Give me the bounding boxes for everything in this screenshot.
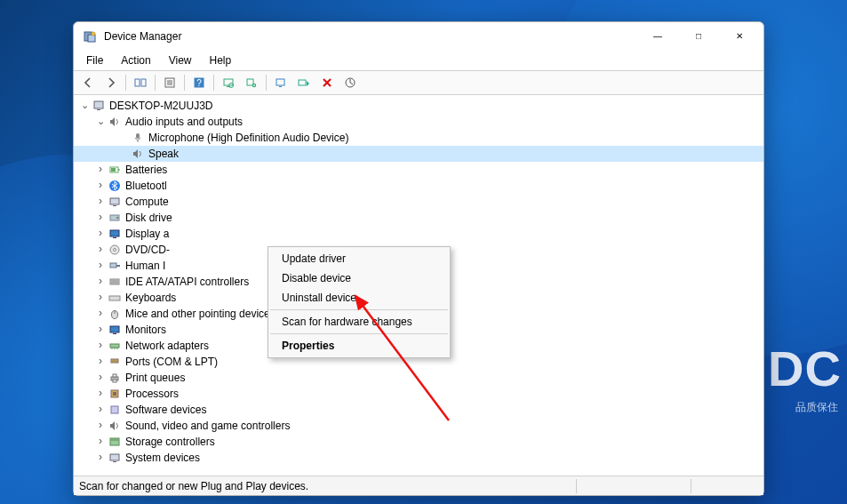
svg-rect-26 — [111, 168, 116, 172]
computer-icon — [108, 195, 122, 209]
properties-button[interactable] — [159, 73, 180, 92]
watermark: IDC — [754, 340, 842, 397]
svg-point-56 — [116, 360, 116, 361]
expander-icon[interactable] — [93, 387, 108, 401]
category-storage[interactable]: Storage controllers — [74, 434, 763, 450]
software-icon — [108, 403, 122, 417]
category-batteries[interactable]: Batteries — [74, 162, 763, 178]
category-label: Bluetootl — [125, 180, 167, 192]
category-sound[interactable]: Sound, video and game controllers — [74, 418, 763, 434]
device-speakers[interactable]: Speak — [74, 146, 763, 162]
context-menu: Update driver Disable device Uninstall d… — [268, 246, 451, 358]
network-icon — [108, 339, 122, 353]
menu-action[interactable]: Action — [114, 52, 157, 68]
menu-view[interactable]: View — [162, 52, 199, 68]
forward-button[interactable] — [100, 73, 122, 92]
expander-icon[interactable] — [93, 339, 108, 353]
add-legacy-hardware-button[interactable] — [241, 73, 262, 92]
show-hide-console-button[interactable] — [130, 73, 151, 92]
menu-help[interactable]: Help — [203, 52, 239, 68]
device-label: Speak — [148, 148, 179, 160]
category-label: Software devices — [125, 404, 206, 416]
svg-rect-25 — [118, 169, 120, 171]
expander-icon[interactable] — [93, 451, 108, 465]
content-area: DESKTOP-M2UUJ3D Audio inputs and outputs… — [74, 95, 763, 476]
ctx-separator — [270, 309, 448, 310]
expander-icon[interactable] — [93, 403, 108, 417]
category-disk-drives[interactable]: Disk drive — [74, 210, 763, 226]
help-button[interactable]: ? — [188, 73, 210, 92]
expander-icon[interactable] — [93, 323, 108, 337]
expander-icon[interactable] — [93, 243, 108, 257]
expander-icon[interactable] — [93, 115, 108, 129]
expander-icon[interactable] — [93, 419, 108, 433]
monitor-icon — [108, 323, 122, 337]
expander-icon[interactable] — [93, 355, 108, 369]
expander-icon[interactable] — [93, 275, 108, 289]
svg-point-54 — [112, 360, 113, 361]
ctx-disable-device[interactable]: Disable device — [269, 268, 449, 288]
uninstall-device-button[interactable] — [316, 73, 338, 92]
category-label: Monitors — [125, 324, 166, 336]
svg-rect-21 — [97, 109, 100, 110]
svg-rect-16 — [276, 79, 284, 85]
minimize-button[interactable]: — — [637, 23, 678, 50]
svg-rect-11 — [224, 79, 233, 85]
close-button[interactable]: ✕ — [719, 23, 760, 50]
tree-root[interactable]: DESKTOP-M2UUJ3D — [74, 98, 763, 114]
expander-icon[interactable] — [93, 179, 108, 193]
svg-rect-22 — [136, 133, 140, 139]
ctx-properties[interactable]: Properties — [269, 336, 449, 356]
expander-icon[interactable] — [93, 435, 108, 449]
expander-icon[interactable] — [77, 99, 92, 113]
toolbar-separator — [266, 75, 267, 91]
expander-icon[interactable] — [93, 195, 108, 209]
printer-icon — [108, 371, 122, 385]
svg-point-35 — [114, 249, 116, 252]
expander-icon[interactable] — [93, 307, 108, 321]
statusbar: Scan for changed or new Plug and Play de… — [74, 476, 763, 495]
expander-icon[interactable] — [93, 259, 108, 273]
enable-device-button[interactable] — [293, 73, 315, 92]
mouse-icon — [108, 307, 122, 321]
category-label: Keyboards — [125, 292, 176, 304]
expander-icon[interactable] — [93, 291, 108, 305]
svg-rect-59 — [113, 380, 116, 382]
category-audio[interactable]: Audio inputs and outputs — [74, 114, 763, 130]
category-software-devices[interactable]: Software devices — [74, 402, 763, 418]
expander-icon[interactable] — [93, 227, 108, 241]
menu-file[interactable]: File — [79, 52, 110, 68]
category-processors[interactable]: Processors — [74, 386, 763, 402]
disable-device-button[interactable] — [340, 73, 361, 92]
category-computer[interactable]: Compute — [74, 194, 763, 210]
disk-icon — [108, 211, 122, 225]
expander-icon[interactable] — [93, 371, 108, 385]
ctx-update-driver[interactable]: Update driver — [269, 249, 449, 268]
ctx-scan-hardware[interactable]: Scan for hardware changes — [269, 312, 449, 332]
watermark-sub: 品质保住 — [795, 400, 838, 415]
update-driver-button[interactable] — [270, 73, 292, 92]
svg-rect-63 — [110, 438, 119, 445]
category-label: Processors — [125, 388, 179, 400]
category-print-queues[interactable]: Print queues — [74, 370, 763, 386]
statusbar-text: Scan for changed or new Plug and Play de… — [79, 480, 572, 492]
maximize-button[interactable]: □ — [678, 23, 719, 50]
device-microphone[interactable]: Microphone (High Definition Audio Device… — [74, 130, 763, 146]
category-bluetooth[interactable]: Bluetootl — [74, 178, 763, 194]
back-button[interactable] — [77, 73, 99, 92]
category-label: System devices — [125, 452, 200, 464]
category-label: Disk drive — [125, 212, 172, 224]
ide-icon — [108, 275, 122, 289]
svg-rect-18 — [299, 80, 306, 85]
ctx-uninstall-device[interactable]: Uninstall device — [269, 288, 449, 308]
expander-icon[interactable] — [93, 163, 108, 177]
scan-hardware-button[interactable] — [218, 73, 239, 92]
category-label: Storage controllers — [125, 436, 215, 448]
storage-icon — [108, 435, 122, 449]
category-label: Print queues — [125, 372, 185, 384]
expander-icon[interactable] — [93, 211, 108, 225]
category-system-devices[interactable]: System devices — [74, 450, 763, 466]
svg-rect-3 — [135, 79, 140, 86]
tree-root-label: DESKTOP-M2UUJ3D — [109, 100, 212, 112]
category-display-adapters[interactable]: Display a — [74, 226, 763, 242]
